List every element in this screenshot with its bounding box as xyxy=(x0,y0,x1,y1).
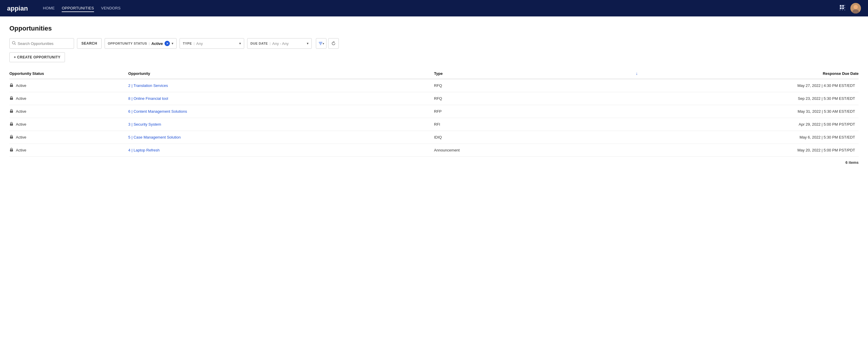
search-box xyxy=(9,38,74,49)
filter-caret-icon: ▾ xyxy=(322,42,324,45)
opportunity-link-4[interactable]: 5 | Case Management Solution xyxy=(128,135,181,139)
opportunity-status-value: Active xyxy=(151,41,163,46)
status-text-3: Active xyxy=(16,122,26,127)
status-cell-2: Active xyxy=(9,105,128,118)
opportunity-cell-1: 8 | Online Financial tool xyxy=(128,92,434,105)
opportunity-status-label: OPPORTUNITY STATUS xyxy=(108,42,147,45)
svg-rect-6 xyxy=(844,7,845,8)
table-row: Active 6 | Content Management Solutions … xyxy=(9,105,859,118)
svg-rect-9 xyxy=(844,10,845,10)
svg-text:appian: appian xyxy=(7,5,28,12)
svg-point-26 xyxy=(11,125,12,125)
status-text-1: Active xyxy=(16,96,26,101)
opportunity-link-1[interactable]: 8 | Online Financial tool xyxy=(128,96,168,101)
svg-rect-4 xyxy=(842,7,844,9)
date-cell-1: Sep 23, 2022 | 5:30 PM EST/EDT xyxy=(638,92,859,105)
status-cell-0: Active xyxy=(9,79,128,92)
due-date-label: DUE DATE xyxy=(250,42,268,45)
header-sort[interactable]: ↓ xyxy=(570,68,638,79)
table-header: Opportunity Status Opportunity Type ↓ Re… xyxy=(9,68,859,79)
filter-actions: ▾ xyxy=(316,38,339,49)
table-container: Opportunity Status Opportunity Type ↓ Re… xyxy=(9,68,859,166)
navbar: appian HOME OPPORTUNITIES VENDORS xyxy=(0,0,868,16)
nav-links: HOME OPPORTUNITIES VENDORS xyxy=(43,5,121,12)
blank-cell-2 xyxy=(570,105,638,118)
avatar[interactable] xyxy=(850,3,861,13)
opportunity-status-filter[interactable]: OPPORTUNITY STATUS | Active ✕ ▾ xyxy=(104,38,177,49)
due-date-chevron-icon[interactable]: ▾ xyxy=(307,41,309,45)
status-cell-3: Active xyxy=(9,118,128,131)
appian-logo[interactable]: appian xyxy=(7,4,33,12)
opportunity-cell-4: 5 | Case Management Solution xyxy=(128,131,434,144)
svg-line-15 xyxy=(15,44,16,45)
svg-rect-8 xyxy=(842,10,843,10)
svg-rect-2 xyxy=(842,5,844,7)
page-title: Opportunities xyxy=(9,25,859,32)
filter-icon-button[interactable]: ▾ xyxy=(316,38,327,49)
status-cell-5: Active xyxy=(9,144,128,157)
blank-cell-1 xyxy=(570,92,638,105)
opportunity-cell-2: 6 | Content Management Solutions xyxy=(128,105,434,118)
svg-rect-1 xyxy=(840,5,842,7)
lock-icon-1 xyxy=(9,96,13,101)
table-row: Active 4 | Laptop Refresh Announcement M… xyxy=(9,144,859,157)
header-status: Opportunity Status xyxy=(9,68,128,79)
table-row: Active 5 | Case Management Solution IDIQ… xyxy=(9,131,859,144)
opportunity-link-5[interactable]: 4 | Laptop Refresh xyxy=(128,148,160,152)
opportunity-cell-5: 4 | Laptop Refresh xyxy=(128,144,434,157)
due-date-filter[interactable]: DUE DATE | Any - Any ▾ xyxy=(247,38,312,49)
lock-icon-0 xyxy=(9,83,13,88)
search-input[interactable] xyxy=(18,41,71,46)
svg-point-24 xyxy=(11,111,12,112)
opportunities-table: Opportunity Status Opportunity Type ↓ Re… xyxy=(9,68,859,157)
type-chevron-icon[interactable]: ▾ xyxy=(239,41,241,45)
items-count: 6 items xyxy=(9,157,859,166)
type-filter[interactable]: TYPE | Any ▾ xyxy=(180,38,244,49)
refresh-button[interactable] xyxy=(328,38,339,49)
opportunity-cell-3: 3 | Security System xyxy=(128,118,434,131)
sort-arrow-icon[interactable]: ↓ xyxy=(636,71,638,76)
divider2: | xyxy=(194,42,194,45)
table-row: Active 3 | Security System RFI Apr 29, 2… xyxy=(9,118,859,131)
nav-link-vendors[interactable]: VENDORS xyxy=(101,5,121,12)
clear-status-filter[interactable]: ✕ xyxy=(164,41,170,46)
blank-cell-3 xyxy=(570,118,638,131)
divider3: | xyxy=(270,42,271,45)
opportunity-link-3[interactable]: 3 | Security System xyxy=(128,122,161,127)
nav-link-home[interactable]: HOME xyxy=(43,5,55,12)
navbar-right xyxy=(839,3,861,13)
table-row: Active 2 | Translation Services RFQ May … xyxy=(9,79,859,92)
svg-rect-5 xyxy=(844,5,845,6)
search-button[interactable]: SEARCH xyxy=(77,38,102,49)
nav-link-opportunities[interactable]: OPPORTUNITIES xyxy=(62,5,94,12)
opportunity-link-2[interactable]: 6 | Content Management Solutions xyxy=(128,109,187,113)
svg-point-13 xyxy=(854,5,858,9)
main-content: Opportunities SEARCH OPPORTUNITY STATUS … xyxy=(0,16,868,364)
create-opportunity-button[interactable]: + CREATE OPPORTUNITY xyxy=(9,52,65,62)
search-icon xyxy=(12,41,16,46)
status-text-0: Active xyxy=(16,84,26,88)
svg-point-28 xyxy=(11,137,12,138)
type-cell-5: Announcement xyxy=(434,144,570,157)
navbar-left: appian HOME OPPORTUNITIES VENDORS xyxy=(7,4,121,12)
status-chevron-icon[interactable]: ▾ xyxy=(172,41,174,45)
type-cell-0: RFQ xyxy=(434,79,570,92)
lock-icon-5 xyxy=(9,148,13,153)
svg-point-30 xyxy=(11,150,12,151)
filters-row: SEARCH OPPORTUNITY STATUS | Active ✕ ▾ T… xyxy=(9,38,859,49)
status-cell-1: Active xyxy=(9,92,128,105)
grid-icon[interactable] xyxy=(839,4,846,12)
status-text-4: Active xyxy=(16,135,26,139)
type-value: Any xyxy=(196,41,238,46)
type-cell-2: RFP xyxy=(434,105,570,118)
svg-point-22 xyxy=(11,99,12,99)
opportunity-link-0[interactable]: 2 | Translation Services xyxy=(128,84,168,88)
header-due-date: Response Due Date xyxy=(638,68,859,79)
date-cell-2: May 31, 2022 | 5:30 AM EST/EDT xyxy=(638,105,859,118)
svg-rect-3 xyxy=(840,7,842,9)
blank-cell-0 xyxy=(570,79,638,92)
status-text-5: Active xyxy=(16,148,26,152)
date-cell-0: May 27, 2022 | 4:30 PM EST/EDT xyxy=(638,79,859,92)
header-opportunity: Opportunity xyxy=(128,68,434,79)
blank-cell-4 xyxy=(570,131,638,144)
